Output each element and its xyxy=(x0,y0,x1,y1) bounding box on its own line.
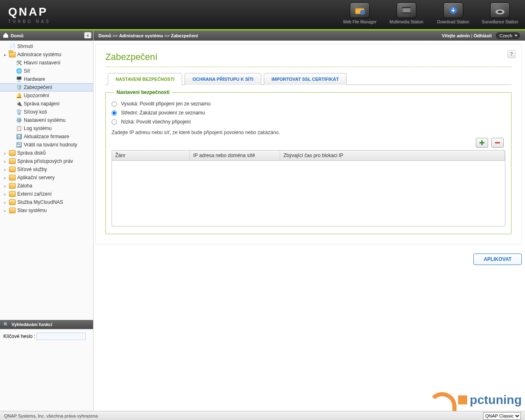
help-button[interactable]: ? xyxy=(507,50,516,58)
language-label: Czech xyxy=(500,33,512,38)
tab-security-settings[interactable]: NASTAVENÍ BEZPEČNOSTI xyxy=(108,73,182,85)
sidebar-item-label: Vrátit na tovární hodnoty xyxy=(24,142,77,148)
language-dropdown[interactable]: Czech xyxy=(496,32,520,39)
folder-icon xyxy=(9,175,16,180)
app-web-file-manager[interactable]: Web File Manager xyxy=(341,2,378,24)
sidebar-item-system-admin[interactable]: ▸ Adinistrace systému xyxy=(0,50,93,59)
sidebar-header: Domů « xyxy=(0,31,93,41)
sidebar-item-system-settings[interactable]: ⚙️Nastavení systému xyxy=(0,116,93,124)
folder-globe-icon xyxy=(350,2,370,18)
apply-button[interactable]: APLIKOVAT xyxy=(473,253,522,265)
sidebar-item-system-status[interactable]: ▹Stav systému xyxy=(0,206,93,215)
sidebar-collapse-button[interactable]: « xyxy=(84,32,91,39)
breadcrumb-bar: Domů >> Adinistrace systému >> Zabezpeče… xyxy=(94,31,525,41)
col-ip[interactable]: IP adresa nebo doména sítě xyxy=(190,151,280,160)
welcome-text: Vítejte admin xyxy=(442,33,470,38)
sidebar-item-mycloudnas[interactable]: ▹Služba MyCloudNAS xyxy=(0,198,93,206)
tree-twisty-icon[interactable]: ▹ xyxy=(2,151,7,155)
tree-twisty-icon[interactable]: ▹ xyxy=(2,184,7,188)
sidebar-item-hardware[interactable]: 🖥️Hardware xyxy=(0,75,93,83)
sidebar-item-network-services[interactable]: ▹Síťové služby xyxy=(0,165,93,173)
radio-low-input[interactable] xyxy=(112,119,117,125)
tree-twisty-open-icon[interactable]: ▸ xyxy=(2,52,7,57)
radio-high[interactable]: Vysoká: Povolit připojení jen ze seznamu xyxy=(112,99,505,108)
sidebar-item-general-settings[interactable]: 🛠️Hlavní nastavení xyxy=(0,59,93,67)
sidebar-item-external-devices[interactable]: ▹Externí zařízení xyxy=(0,190,93,198)
tree-twisty-icon[interactable]: ▹ xyxy=(2,192,7,196)
sidebar-item-firmware[interactable]: ⬆️Aktualizace firmware xyxy=(0,132,93,141)
radio-medium-label: Střední: Zakázat povolení ze seznamu xyxy=(121,110,205,116)
sidebar-search-title: Vyhledávání funkcí xyxy=(11,322,52,327)
sidebar-item-disk-mgmt[interactable]: ▹Správa disků xyxy=(0,149,93,157)
app-multimedia-station[interactable]: Multimedia Station xyxy=(388,2,425,24)
hardware-icon: 🖥️ xyxy=(16,76,22,82)
sidebar-item-summary[interactable]: 📄 Shrnutí xyxy=(0,42,93,50)
sidebar-header-label: Domů xyxy=(11,33,23,38)
sidebar-item-label: Nastavení systému xyxy=(24,117,66,123)
title-divider xyxy=(105,66,511,67)
copyright-text: QNAP Systems, Inc. všechna práva vyhraze… xyxy=(4,413,98,418)
radio-low[interactable]: Nízká: Povolit všechny připojení xyxy=(112,117,505,126)
ip-table[interactable]: Žánr IP adresa nebo doména sítě Zbývajíc… xyxy=(112,150,505,226)
ip-hint-text: Zadejte IP adresu nebo síť, ze které bud… xyxy=(112,130,505,135)
remove-row-button[interactable] xyxy=(491,138,504,148)
sidebar-item-backup[interactable]: ▹Záloha xyxy=(0,182,93,190)
theme-select[interactable]: QNAP Classic xyxy=(483,412,521,420)
app-surveillance-station[interactable]: Surveillance Station xyxy=(482,2,518,24)
sidebar-search-header: 🔍 Vyhledávání funkcí xyxy=(0,320,93,329)
crumb-page: Zabezpečení xyxy=(171,33,198,38)
svg-rect-3 xyxy=(402,7,411,8)
tree-twisty-icon[interactable]: ▹ xyxy=(2,176,7,180)
radio-medium[interactable]: Střední: Zakázat povolení ze seznamu xyxy=(112,108,505,117)
col-genre[interactable]: Žánr xyxy=(112,151,190,160)
app-label: Surveillance Station xyxy=(482,20,518,24)
search-input[interactable] xyxy=(37,333,86,340)
sidebar-item-label: Správa napájení xyxy=(24,101,59,107)
apply-row: APLIKOVAT xyxy=(94,253,522,265)
power-icon: 🔌 xyxy=(16,100,22,107)
sidebar-item-security[interactable]: 🛡️Zabezpečení xyxy=(0,83,93,91)
home-icon xyxy=(3,34,8,38)
col-remaining[interactable]: Zbývající čas pro blokaci IP xyxy=(280,151,505,160)
sidebar-item-system-log[interactable]: 📋Log systému xyxy=(0,124,93,132)
sidebar-item-label: Upozornění xyxy=(24,93,49,98)
sidebar-item-label: Aplikační servery xyxy=(17,175,55,180)
main: Domů >> Adinistrace systému >> Zabezpeče… xyxy=(94,31,525,411)
add-row-button[interactable] xyxy=(476,138,488,148)
logout-link[interactable]: Odhlásit xyxy=(474,33,492,38)
tabs: NASTAVENÍ BEZPEČNOSTI OCHRANA PŘÍSTUPU K… xyxy=(108,73,511,85)
plus-icon xyxy=(479,140,485,146)
radio-high-input[interactable] xyxy=(112,101,117,107)
tree-twisty-icon[interactable]: ▹ xyxy=(2,159,7,164)
tree-twisty-icon[interactable]: ▹ xyxy=(2,208,7,213)
crumb-home[interactable]: Domů xyxy=(98,33,111,38)
sidebar-item-factory-reset[interactable]: ↩️Vrátit na tovární hodnoty xyxy=(0,141,93,149)
app-label: Download Station xyxy=(437,20,469,24)
sidebar-item-label: Služba MyCloudNAS xyxy=(17,199,63,205)
sidebar-item-label: Stav systému xyxy=(17,208,47,213)
settings-icon: 🛠️ xyxy=(16,59,22,66)
tree-twisty-icon[interactable]: ▹ xyxy=(2,200,7,205)
radio-medium-input[interactable] xyxy=(112,110,117,116)
sidebar-item-label: Aktualizace firmware xyxy=(24,134,69,139)
sidebar-item-power[interactable]: 🔌Správa napájení xyxy=(0,100,93,108)
sidebar-item-recycle[interactable]: 🗑️Síťový koš xyxy=(0,108,93,116)
sidebar-item-app-servers[interactable]: ▹Aplikační servery xyxy=(0,173,93,182)
bell-icon: 🔔 xyxy=(16,92,22,99)
sidebar-item-label: Síť xyxy=(24,68,30,74)
tab-network-access-protection[interactable]: OCHRANA PŘÍSTUPU K SÍTI xyxy=(185,73,261,85)
nav-tree: 📄 Shrnutí ▸ Adinistrace systému 🛠️Hlavní… xyxy=(0,41,93,320)
sidebar-item-notification[interactable]: 🔔Upozornění xyxy=(0,91,93,100)
sidebar-item-access-rights[interactable]: ▹Správa přístupových práv xyxy=(0,157,93,165)
content-card: ? Zabezpečení NASTAVENÍ BEZPEČNOSTI OCHR… xyxy=(95,44,522,244)
breadcrumb: Domů >> Adinistrace systému >> Zabezpeče… xyxy=(98,33,198,38)
radio-low-label: Nízká: Povolit všechny připojení xyxy=(121,119,191,125)
sidebar-item-network[interactable]: 🌐Síť xyxy=(0,67,93,75)
crumb-section[interactable]: Adinistrace systému xyxy=(119,33,163,38)
minus-icon xyxy=(495,140,500,146)
svg-point-1 xyxy=(360,10,365,15)
tree-twisty-icon[interactable]: ▹ xyxy=(2,167,7,172)
sidebar-item-label: Log systému xyxy=(24,126,52,131)
tab-import-ssl[interactable]: IMPORTOVAT SSL CERTIFIKÁT xyxy=(264,73,347,85)
app-download-station[interactable]: Download Station xyxy=(435,2,472,24)
